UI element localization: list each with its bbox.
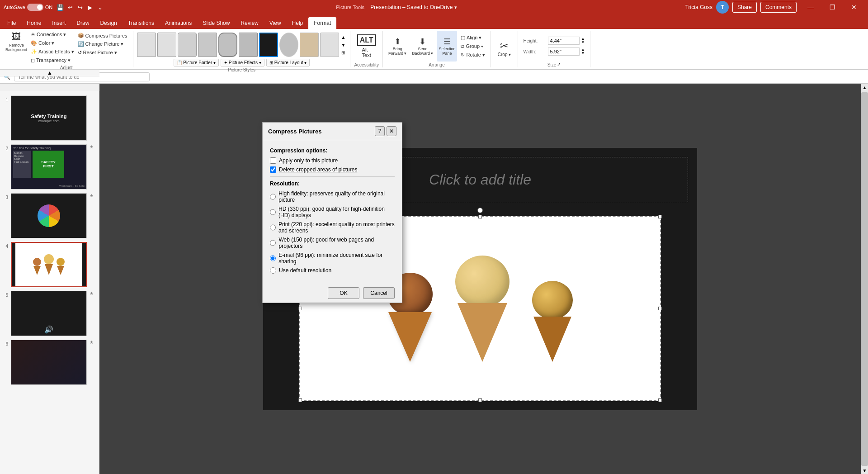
tab-help[interactable]: Help [287, 17, 309, 29]
res-hd-radio[interactable] [270, 194, 276, 200]
size-expand-icon[interactable]: ↗ [557, 62, 561, 67]
picture-layout-button[interactable]: ⊞ Picture Layout ▾ [266, 59, 310, 66]
slide-thumb-6[interactable]: 6 ★ [2, 339, 97, 386]
slide-thumb-3[interactable]: 3 ★ [2, 192, 97, 239]
compress-icon: 📦 [78, 33, 84, 38]
save-icon[interactable]: 💾 [56, 3, 64, 11]
crop-group: ✂ Crop ▾ [491, 31, 518, 67]
right-scrollbar[interactable]: ▲ ▼ [861, 84, 868, 474]
customize-icon[interactable]: ⌄ [96, 3, 104, 11]
tab-transitions[interactable]: Transitions [123, 17, 160, 29]
reset-picture-button[interactable]: ↺ Reset Picture ▾ [76, 49, 129, 57]
pic-style-5[interactable] [218, 33, 237, 57]
slide-thumb-img-4[interactable] [11, 242, 87, 287]
scrollbar-thumb[interactable] [861, 92, 868, 466]
pic-style-7[interactable] [259, 33, 278, 57]
close-button[interactable]: ✕ [844, 0, 864, 14]
pic-style-6[interactable] [239, 33, 258, 57]
ice-cream-3 [532, 281, 573, 362]
slide-panel-scroll-up[interactable]: ▲ [0, 70, 99, 76]
slide-thumb-img-2[interactable]: Top tips for Safety Training Sign In Reg… [11, 144, 87, 190]
change-picture-button[interactable]: 🔄 Change Picture ▾ [76, 40, 129, 48]
tab-file[interactable]: File [2, 17, 21, 29]
autosave-toggle[interactable] [27, 4, 43, 11]
res-email-radio[interactable] [270, 255, 276, 261]
res-web-radio[interactable] [270, 240, 276, 246]
rotate-handle[interactable] [477, 208, 483, 213]
apply-only-checkbox[interactable] [270, 157, 276, 164]
minimize-button[interactable]: — [800, 0, 821, 14]
gallery-more[interactable]: ⊞ [340, 49, 347, 56]
pic-style-1[interactable] [137, 33, 156, 57]
tab-animations[interactable]: Animations [160, 17, 197, 29]
width-input[interactable] [548, 47, 580, 56]
pic-style-4[interactable] [198, 33, 217, 57]
alt-text-button[interactable]: ALT AltText [355, 33, 378, 59]
cone-3 [533, 317, 571, 362]
width-spinner[interactable]: ▲ ▼ [581, 48, 585, 55]
crop-button[interactable]: ✂ Crop ▾ [496, 39, 513, 58]
tab-format[interactable]: Format [308, 17, 336, 29]
dialog-help-button[interactable]: ? [375, 126, 385, 136]
height-spinner[interactable]: ▲ ▼ [581, 37, 585, 44]
res-default-radio[interactable] [270, 267, 276, 274]
adjust-buttons: 🖼 RemoveBackground ☀ Corrections ▾ 🎨 Col… [4, 31, 129, 64]
tab-review[interactable]: Review [235, 17, 264, 29]
rotate-button[interactable]: ↻ Rotate ▾ [459, 51, 487, 59]
tab-design[interactable]: Design [94, 17, 122, 29]
mini-ice-creams [31, 252, 66, 277]
comments-button[interactable]: Comments [760, 2, 797, 13]
restore-button[interactable]: ❐ [822, 0, 843, 14]
tab-home[interactable]: Home [21, 17, 47, 29]
pic-style-3[interactable] [178, 33, 197, 57]
user-avatar[interactable]: T [716, 1, 729, 14]
color-button[interactable]: 🎨 Color ▾ [29, 39, 76, 47]
tab-slideshow[interactable]: Slide Show [197, 17, 235, 29]
present-icon[interactable]: ▶ [86, 3, 94, 11]
ok-button[interactable]: OK [328, 287, 359, 299]
pic-style-10[interactable] [320, 33, 339, 57]
redo-icon[interactable]: ↪ [76, 3, 84, 11]
handle-bl [298, 398, 302, 402]
selection-pane-button[interactable]: ☰ SelectionPane [437, 31, 457, 62]
group-button[interactable]: ⧉ Group ▾ [459, 43, 487, 50]
autosave-knob [37, 5, 42, 10]
remove-background-button[interactable]: 🖼 RemoveBackground [4, 31, 29, 53]
picture-effects-button[interactable]: ✦ Picture Effects ▾ [221, 59, 264, 66]
gallery-scroll-up[interactable]: ▲ [340, 34, 347, 41]
slide-thumb-4[interactable]: 4 [2, 241, 97, 288]
slide-thumb-1[interactable]: 1 Safety Training example.com [2, 95, 97, 142]
align-button[interactable]: ⬚ Align ▾ [459, 34, 487, 42]
gallery-scroll-down[interactable]: ▼ [340, 42, 347, 48]
artistic-effects-button[interactable]: ✨ Artistic Effects ▾ [29, 48, 76, 56]
corrections-button[interactable]: ☀ Corrections ▾ [29, 31, 76, 38]
slide-thumb-img-3[interactable] [11, 193, 87, 238]
height-input[interactable] [548, 37, 580, 45]
slide-thumb-2[interactable]: 2 Top tips for Safety Training Sign In R… [2, 143, 97, 190]
bring-forward-button[interactable]: ⬆ BringForward ▾ [387, 31, 409, 62]
pic-style-8[interactable] [279, 33, 298, 57]
compress-pictures-button[interactable]: 📦 Compress Pictures [76, 32, 129, 39]
slide-thumb-img-5[interactable]: 🔊 [11, 291, 87, 336]
scrollbar-down-arrow[interactable]: ▼ [861, 467, 868, 474]
tab-draw[interactable]: Draw [71, 17, 94, 29]
res-hd330-radio[interactable] [270, 209, 276, 215]
send-backward-button[interactable]: ⬇ SendBackward ▾ [410, 31, 435, 62]
delete-cropped-checkbox[interactable] [270, 166, 276, 173]
undo-icon[interactable]: ↩ [66, 3, 74, 11]
slide-thumb-5[interactable]: 5 🔊 ★ [2, 290, 97, 337]
pic-style-2[interactable] [157, 33, 176, 57]
tab-view[interactable]: View [264, 17, 287, 29]
res-print-radio[interactable] [270, 224, 276, 231]
share-button[interactable]: Share [732, 2, 757, 13]
dialog-close-button[interactable]: ✕ [387, 126, 396, 136]
doc-title: Presentation – Saved to OneDrive [370, 4, 453, 10]
transparency-button[interactable]: ◻ Transparency ▾ [29, 57, 76, 64]
scrollbar-up-arrow[interactable]: ▲ [861, 84, 868, 91]
cancel-button[interactable]: Cancel [363, 287, 395, 299]
slide-thumb-img-1[interactable]: Safety Training example.com [11, 95, 87, 141]
picture-border-button[interactable]: 📋 Picture Border ▾ [174, 59, 219, 66]
tab-insert[interactable]: Insert [47, 17, 71, 29]
slide-thumb-img-6[interactable] [11, 340, 87, 385]
pic-style-9[interactable] [300, 33, 319, 57]
